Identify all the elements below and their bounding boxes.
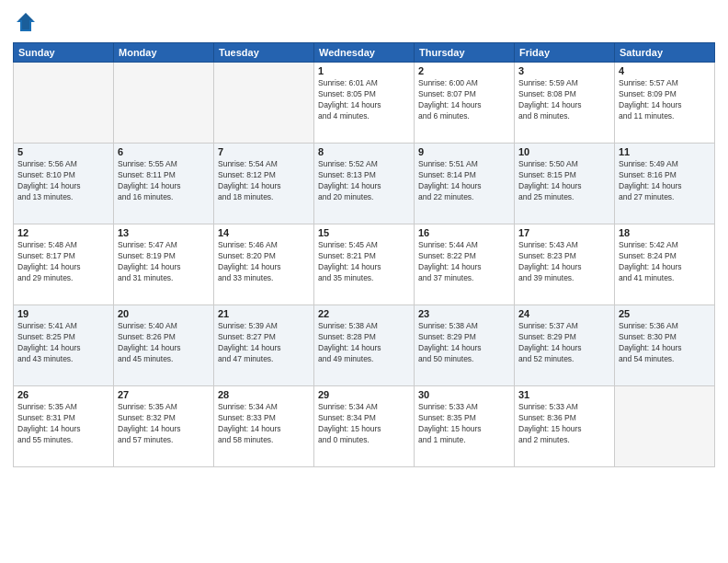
calendar-cell: 1Sunrise: 6:01 AM Sunset: 8:05 PM Daylig…: [314, 63, 415, 144]
day-info: Sunrise: 5:40 AM Sunset: 8:26 PM Dayligh…: [118, 321, 210, 365]
day-info: Sunrise: 5:38 AM Sunset: 8:28 PM Dayligh…: [318, 321, 410, 365]
weekday-header-row: SundayMondayTuesdayWednesdayThursdayFrid…: [14, 43, 715, 63]
day-info: Sunrise: 5:50 AM Sunset: 8:15 PM Dayligh…: [518, 159, 610, 203]
day-info: Sunrise: 5:36 AM Sunset: 8:30 PM Dayligh…: [619, 321, 711, 365]
day-number: 17: [518, 227, 610, 238]
day-info: Sunrise: 5:57 AM Sunset: 8:09 PM Dayligh…: [619, 78, 711, 122]
day-number: 15: [318, 227, 410, 238]
day-info: Sunrise: 5:34 AM Sunset: 8:33 PM Dayligh…: [218, 402, 310, 446]
day-number: 20: [118, 308, 210, 319]
day-number: 18: [619, 227, 711, 238]
day-info: Sunrise: 5:44 AM Sunset: 8:22 PM Dayligh…: [418, 240, 510, 284]
day-info: Sunrise: 6:01 AM Sunset: 8:05 PM Dayligh…: [318, 78, 410, 122]
week-row-1: 1Sunrise: 6:01 AM Sunset: 8:05 PM Daylig…: [14, 63, 715, 144]
day-number: 26: [17, 389, 109, 400]
calendar-cell: 15Sunrise: 5:45 AM Sunset: 8:21 PM Dayli…: [314, 224, 415, 305]
day-info: Sunrise: 5:35 AM Sunset: 8:32 PM Dayligh…: [118, 402, 210, 446]
calendar-cell: 12Sunrise: 5:48 AM Sunset: 8:17 PM Dayli…: [14, 224, 114, 305]
calendar-cell: 26Sunrise: 5:35 AM Sunset: 8:31 PM Dayli…: [14, 386, 114, 467]
day-info: Sunrise: 5:39 AM Sunset: 8:27 PM Dayligh…: [218, 321, 310, 365]
day-number: 14: [218, 227, 310, 238]
day-info: Sunrise: 5:34 AM Sunset: 8:34 PM Dayligh…: [318, 402, 410, 446]
day-number: 13: [118, 227, 210, 238]
calendar-cell: [114, 63, 214, 144]
day-info: Sunrise: 5:41 AM Sunset: 8:25 PM Dayligh…: [17, 321, 109, 365]
day-info: Sunrise: 5:55 AM Sunset: 8:11 PM Dayligh…: [118, 159, 210, 203]
calendar-cell: 22Sunrise: 5:38 AM Sunset: 8:28 PM Dayli…: [314, 305, 415, 386]
day-info: Sunrise: 5:47 AM Sunset: 8:19 PM Dayligh…: [118, 240, 210, 284]
calendar-cell: 17Sunrise: 5:43 AM Sunset: 8:23 PM Dayli…: [515, 224, 615, 305]
day-number: 3: [518, 65, 610, 76]
day-number: 22: [318, 308, 410, 319]
calendar-cell: 21Sunrise: 5:39 AM Sunset: 8:27 PM Dayli…: [214, 305, 314, 386]
day-info: Sunrise: 5:56 AM Sunset: 8:10 PM Dayligh…: [17, 159, 109, 203]
week-row-5: 26Sunrise: 5:35 AM Sunset: 8:31 PM Dayli…: [14, 386, 715, 467]
day-info: Sunrise: 5:59 AM Sunset: 8:08 PM Dayligh…: [518, 78, 610, 122]
week-row-3: 12Sunrise: 5:48 AM Sunset: 8:17 PM Dayli…: [14, 224, 715, 305]
day-number: 6: [118, 146, 210, 157]
calendar-cell: 18Sunrise: 5:42 AM Sunset: 8:24 PM Dayli…: [615, 224, 715, 305]
calendar-cell: 19Sunrise: 5:41 AM Sunset: 8:25 PM Dayli…: [14, 305, 114, 386]
calendar-cell: 11Sunrise: 5:49 AM Sunset: 8:16 PM Dayli…: [615, 144, 715, 224]
day-info: Sunrise: 5:48 AM Sunset: 8:17 PM Dayligh…: [17, 240, 109, 284]
day-info: Sunrise: 6:00 AM Sunset: 8:07 PM Dayligh…: [418, 78, 510, 122]
day-number: 10: [518, 146, 610, 157]
calendar-cell: 29Sunrise: 5:34 AM Sunset: 8:34 PM Dayli…: [314, 386, 415, 467]
page: SundayMondayTuesdayWednesdayThursdayFrid…: [0, 0, 728, 563]
week-row-4: 19Sunrise: 5:41 AM Sunset: 8:25 PM Dayli…: [14, 305, 715, 386]
day-info: Sunrise: 5:38 AM Sunset: 8:29 PM Dayligh…: [418, 321, 510, 365]
day-number: 27: [118, 389, 210, 400]
day-info: Sunrise: 5:54 AM Sunset: 8:12 PM Dayligh…: [218, 159, 310, 203]
calendar-cell: 4Sunrise: 5:57 AM Sunset: 8:09 PM Daylig…: [615, 63, 715, 144]
day-info: Sunrise: 5:49 AM Sunset: 8:16 PM Dayligh…: [619, 159, 711, 203]
calendar-cell: 13Sunrise: 5:47 AM Sunset: 8:19 PM Dayli…: [114, 224, 214, 305]
header: [13, 9, 715, 35]
day-number: 28: [218, 389, 310, 400]
weekday-header-saturday: Saturday: [615, 43, 715, 63]
day-info: Sunrise: 5:45 AM Sunset: 8:21 PM Dayligh…: [318, 240, 410, 284]
day-info: Sunrise: 5:52 AM Sunset: 8:13 PM Dayligh…: [318, 159, 410, 203]
day-number: 31: [518, 389, 610, 400]
calendar-cell: [14, 63, 114, 144]
day-number: 24: [518, 308, 610, 319]
calendar-cell: 31Sunrise: 5:33 AM Sunset: 8:36 PM Dayli…: [515, 386, 615, 467]
calendar-cell: 28Sunrise: 5:34 AM Sunset: 8:33 PM Dayli…: [214, 386, 314, 467]
week-row-2: 5Sunrise: 5:56 AM Sunset: 8:10 PM Daylig…: [14, 144, 715, 224]
calendar-cell: 6Sunrise: 5:55 AM Sunset: 8:11 PM Daylig…: [114, 144, 214, 224]
calendar-cell: 25Sunrise: 5:36 AM Sunset: 8:30 PM Dayli…: [615, 305, 715, 386]
day-number: 5: [17, 146, 109, 157]
day-info: Sunrise: 5:35 AM Sunset: 8:31 PM Dayligh…: [17, 402, 109, 446]
calendar-cell: 9Sunrise: 5:51 AM Sunset: 8:14 PM Daylig…: [415, 144, 515, 224]
day-info: Sunrise: 5:33 AM Sunset: 8:36 PM Dayligh…: [518, 402, 610, 446]
day-number: 7: [218, 146, 310, 157]
calendar-cell: 24Sunrise: 5:37 AM Sunset: 8:29 PM Dayli…: [515, 305, 615, 386]
day-info: Sunrise: 5:43 AM Sunset: 8:23 PM Dayligh…: [518, 240, 610, 284]
calendar-cell: 27Sunrise: 5:35 AM Sunset: 8:32 PM Dayli…: [114, 386, 214, 467]
weekday-header-thursday: Thursday: [415, 43, 515, 63]
day-info: Sunrise: 5:46 AM Sunset: 8:20 PM Dayligh…: [218, 240, 310, 284]
day-info: Sunrise: 5:33 AM Sunset: 8:35 PM Dayligh…: [418, 402, 510, 446]
calendar-cell: 7Sunrise: 5:54 AM Sunset: 8:12 PM Daylig…: [214, 144, 314, 224]
weekday-header-wednesday: Wednesday: [314, 43, 415, 63]
calendar-cell: 8Sunrise: 5:52 AM Sunset: 8:13 PM Daylig…: [314, 144, 415, 224]
day-number: 16: [418, 227, 510, 238]
day-info: Sunrise: 5:42 AM Sunset: 8:24 PM Dayligh…: [619, 240, 711, 284]
day-number: 25: [619, 308, 711, 319]
day-number: 11: [619, 146, 711, 157]
weekday-header-tuesday: Tuesday: [214, 43, 314, 63]
logo-icon: [13, 9, 39, 35]
calendar: SundayMondayTuesdayWednesdayThursdayFrid…: [13, 42, 715, 467]
day-number: 4: [619, 65, 711, 76]
calendar-cell: 30Sunrise: 5:33 AM Sunset: 8:35 PM Dayli…: [415, 386, 515, 467]
calendar-cell: 3Sunrise: 5:59 AM Sunset: 8:08 PM Daylig…: [515, 63, 615, 144]
weekday-header-sunday: Sunday: [14, 43, 114, 63]
day-number: 2: [418, 65, 510, 76]
day-number: 12: [17, 227, 109, 238]
day-number: 9: [418, 146, 510, 157]
day-number: 23: [418, 308, 510, 319]
day-number: 21: [218, 308, 310, 319]
weekday-header-friday: Friday: [515, 43, 615, 63]
calendar-cell: 5Sunrise: 5:56 AM Sunset: 8:10 PM Daylig…: [14, 144, 114, 224]
day-number: 30: [418, 389, 510, 400]
day-info: Sunrise: 5:37 AM Sunset: 8:29 PM Dayligh…: [518, 321, 610, 365]
